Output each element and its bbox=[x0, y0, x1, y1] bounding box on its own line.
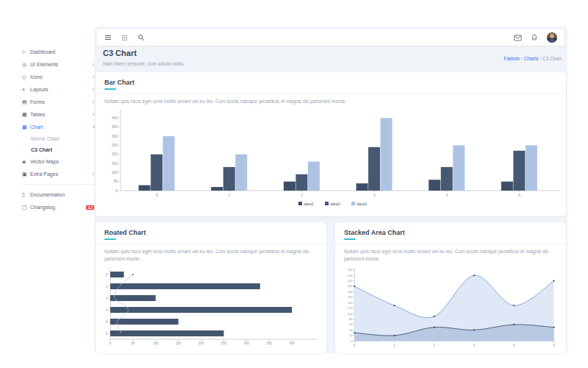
svg-text:120: 120 bbox=[348, 306, 353, 310]
bar-data2 bbox=[151, 154, 162, 190]
breadcrumb-fadmin[interactable]: Fadmin bbox=[504, 56, 520, 61]
svg-text:4: 4 bbox=[513, 343, 515, 347]
svg-text:4: 4 bbox=[446, 193, 448, 197]
bar-data1 bbox=[284, 181, 295, 190]
svg-text:0: 0 bbox=[110, 342, 112, 345]
area-chart-description: Nullam quis risus eget urna mollis ornar… bbox=[335, 244, 566, 263]
mail-icon[interactable] bbox=[514, 35, 522, 41]
sidebar-item-label: Chart bbox=[30, 124, 43, 130]
bar-chart-series bbox=[139, 118, 537, 191]
svg-text:5: 5 bbox=[553, 343, 555, 347]
svg-text:3: 3 bbox=[473, 343, 476, 347]
page-title: C3 Chart bbox=[103, 49, 137, 57]
svg-text:150: 150 bbox=[112, 161, 118, 166]
svg-text:5: 5 bbox=[518, 193, 520, 197]
sidebar-item-label: Vector Maps bbox=[30, 159, 59, 164]
svg-text:1: 1 bbox=[229, 193, 231, 197]
sidebar-item-layouts[interactable]: ×Layouts› bbox=[22, 83, 94, 96]
svg-text:260: 260 bbox=[348, 268, 353, 272]
svg-text:data1: data1 bbox=[304, 201, 314, 205]
sidebar-item-tables[interactable]: ▦Tables› bbox=[22, 108, 94, 121]
svg-text:250: 250 bbox=[112, 143, 118, 147]
bar-data3 bbox=[163, 136, 175, 191]
navbar-left bbox=[104, 34, 145, 41]
rotated-chart-card: Roated Chart Nullam quis risus eget urna… bbox=[96, 222, 326, 353]
bar-chart-card: Bar Chart Nullam quis risus eget urna mo… bbox=[96, 72, 566, 216]
bar-data2 bbox=[441, 167, 453, 191]
svg-text:0: 0 bbox=[354, 343, 356, 347]
sidebar-item-dashboard[interactable]: ⌂Dashboard bbox=[22, 46, 94, 58]
sidebar-item-icons[interactable]: ◇Icons› bbox=[22, 71, 94, 83]
bell-icon[interactable] bbox=[531, 34, 538, 41]
sidebar-subitem-morris-chart[interactable]: Morris Chart bbox=[22, 133, 94, 144]
chevron-right-icon: › bbox=[93, 87, 94, 92]
documentation-icon: ▯ bbox=[22, 192, 30, 198]
svg-text:250: 250 bbox=[221, 342, 227, 345]
bar-data2 bbox=[295, 174, 307, 191]
dashboard-icon: ⌂ bbox=[22, 49, 30, 54]
svg-text:300: 300 bbox=[244, 342, 250, 345]
area-chart-card: Stacked Area Chart Nullam quis risus ege… bbox=[335, 222, 566, 353]
sidebar-item-documentation[interactable]: ▯Documentation bbox=[22, 188, 94, 201]
bar-data1 bbox=[139, 185, 151, 190]
extra-pages-icon: ▣ bbox=[22, 171, 30, 177]
chevron-right-icon: › bbox=[93, 62, 94, 67]
sidebar-item-forms[interactable]: ▤Forms› bbox=[22, 96, 94, 108]
bar-data1 bbox=[110, 319, 179, 325]
rotated-bar-chart: 050100150200250300350400012345 bbox=[100, 266, 322, 350]
sidebar-item-label: Tables bbox=[30, 112, 45, 117]
svg-text:200: 200 bbox=[112, 152, 118, 156]
title-underline bbox=[104, 238, 116, 240]
bar-chart: 050100150200250300350400012345data1data2… bbox=[101, 107, 560, 210]
forms-icon: ▤ bbox=[22, 99, 30, 105]
svg-text:100: 100 bbox=[348, 311, 353, 315]
bar-data1 bbox=[110, 330, 223, 336]
changelog-badge: 2.2 bbox=[86, 205, 94, 209]
svg-text:1: 1 bbox=[393, 343, 395, 347]
svg-text:1: 1 bbox=[106, 284, 108, 288]
icons-icon: ◇ bbox=[22, 74, 30, 80]
vector-maps-icon: ◈ bbox=[22, 159, 30, 165]
search-icon[interactable] bbox=[137, 34, 145, 41]
svg-text:400: 400 bbox=[289, 342, 295, 345]
chart-icon: ▩ bbox=[22, 124, 30, 130]
breadcrumb-charts[interactable]: Charts bbox=[524, 56, 538, 61]
svg-text:80: 80 bbox=[349, 316, 353, 320]
breadcrumb-c3-chart: C3 Chart bbox=[542, 56, 562, 61]
bar-chart-axes: 050100150200250300350400012345 bbox=[112, 110, 559, 197]
user-avatar[interactable] bbox=[547, 32, 557, 43]
sidebar-item-label: Dashboard bbox=[30, 49, 55, 54]
sidebar-item-label: Layouts bbox=[30, 87, 49, 92]
bar-data1 bbox=[110, 283, 260, 289]
svg-text:50: 50 bbox=[113, 179, 118, 183]
bar-data1 bbox=[501, 181, 513, 190]
svg-text:20: 20 bbox=[349, 333, 353, 337]
chevron-right-icon: › bbox=[93, 171, 94, 177]
bar-data3 bbox=[526, 145, 537, 191]
sidebar-item-extra-pages[interactable]: ▣Extra Pages› bbox=[22, 168, 94, 180]
apps-grid-icon[interactable] bbox=[121, 35, 128, 41]
bar-data2 bbox=[513, 151, 525, 191]
svg-text:100: 100 bbox=[153, 342, 159, 345]
sidebar-divider bbox=[22, 184, 94, 185]
svg-text:3: 3 bbox=[106, 308, 108, 311]
sidebar-item-label: UI Elements bbox=[30, 62, 58, 67]
top-navbar bbox=[97, 29, 564, 46]
svg-text:200: 200 bbox=[198, 342, 204, 345]
breadcrumb-separator: / bbox=[521, 56, 523, 61]
svg-text:4: 4 bbox=[106, 319, 108, 323]
layouts-icon: × bbox=[22, 87, 30, 92]
sidebar-item-changelog[interactable]: ▢Changelog2.2 bbox=[22, 201, 94, 213]
svg-text:0: 0 bbox=[115, 188, 118, 193]
svg-text:50: 50 bbox=[131, 342, 135, 345]
breadcrumb: Fadmin/Charts/C3 Chart bbox=[504, 56, 562, 61]
sidebar: ⌂Dashboard◎UI Elements›◇Icons›×Layouts›▤… bbox=[22, 46, 94, 213]
svg-text:180: 180 bbox=[348, 289, 353, 293]
sidebar-item-vector-maps[interactable]: ◈Vector Maps bbox=[22, 155, 94, 168]
sidebar-item-chart[interactable]: ▩Chart› bbox=[22, 121, 94, 133]
menu-icon[interactable] bbox=[104, 34, 112, 41]
rotated-chart-bars bbox=[110, 272, 292, 336]
sidebar-item-ui-elements[interactable]: ◎UI Elements› bbox=[22, 58, 94, 71]
sidebar-subitem-c3-chart[interactable]: C3 Chart bbox=[22, 144, 94, 155]
bar-data3 bbox=[308, 161, 320, 190]
